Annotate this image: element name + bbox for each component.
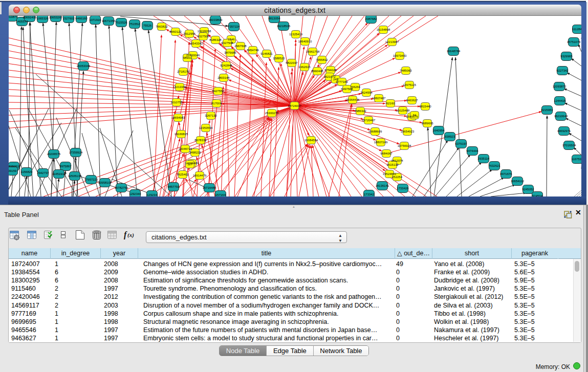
svg-text:2087682: 2087682 (365, 17, 377, 20)
svg-text:3624554: 3624554 (360, 91, 373, 94)
svg-text:12213967: 12213967 (385, 40, 399, 43)
svg-text:1071916: 1071916 (89, 18, 101, 21)
svg-text:3267130: 3267130 (205, 114, 217, 117)
svg-text:12093872: 12093872 (552, 85, 566, 88)
svg-text:10756928: 10756928 (397, 144, 411, 147)
svg-text:1405574: 1405574 (16, 20, 28, 23)
svg-text:7515526: 7515526 (115, 21, 127, 24)
svg-text:12353594: 12353594 (199, 126, 212, 129)
svg-text:18640910: 18640910 (298, 40, 312, 43)
svg-text:11325419: 11325419 (289, 33, 302, 36)
svg-text:16154808: 16154808 (376, 28, 390, 31)
svg-text:1546: 1546 (228, 38, 235, 41)
svg-text:10973493: 10973493 (393, 54, 406, 57)
svg-text:1549579: 1549579 (406, 115, 418, 118)
svg-text:1156829: 1156829 (20, 170, 33, 173)
svg-text:20691406: 20691406 (23, 16, 36, 19)
svg-text:751552: 751552 (129, 23, 140, 26)
svg-text:18807249: 18807249 (374, 141, 387, 144)
svg-text:14136141: 14136141 (375, 184, 389, 187)
svg-text:938923: 938923 (444, 135, 455, 138)
svg-text:3498222: 3498222 (189, 151, 201, 154)
svg-text:7663822: 7663822 (156, 25, 168, 28)
svg-text:75526: 75526 (143, 24, 151, 27)
svg-text:39159: 39159 (9, 169, 17, 172)
svg-text:2718176: 2718176 (177, 70, 189, 73)
svg-text:10025488: 10025488 (396, 109, 409, 112)
svg-text:3875685: 3875685 (224, 51, 236, 54)
svg-text:129234: 129234 (146, 193, 157, 196)
svg-text:252254: 252254 (391, 176, 402, 179)
svg-text:8678332: 8678332 (194, 139, 207, 142)
svg-text:9227342: 9227342 (556, 69, 569, 72)
svg-text:1588520: 1588520 (273, 57, 285, 60)
svg-text:2942737: 2942737 (37, 171, 49, 174)
svg-text:19218506: 19218506 (276, 25, 290, 28)
svg-text:1640954: 1640954 (432, 129, 445, 132)
svg-text:9463627: 9463627 (406, 99, 418, 102)
svg-text:19384554: 19384554 (304, 139, 318, 142)
svg-text:9245052: 9245052 (522, 188, 534, 191)
svg-text:10688609: 10688609 (368, 130, 382, 133)
svg-text:11451914: 11451914 (52, 172, 66, 176)
svg-text:17016504: 17016504 (562, 144, 576, 147)
svg-text:8313877: 8313877 (9, 16, 18, 18)
svg-text:8454749: 8454749 (247, 49, 259, 52)
svg-text:1244415: 1244415 (554, 99, 566, 102)
svg-text:817004: 817004 (211, 102, 222, 105)
svg-text:9975867: 9975867 (59, 165, 72, 168)
svg-text:62160: 62160 (386, 102, 395, 105)
svg-text:7632621: 7632621 (488, 164, 500, 167)
svg-text:7986322: 7986322 (354, 110, 366, 113)
svg-text:7357224: 7357224 (228, 25, 240, 28)
svg-text:19166825: 19166825 (174, 133, 188, 136)
svg-text:7485063: 7485063 (400, 69, 412, 72)
svg-text:15716485: 15716485 (202, 186, 216, 189)
svg-text:16210643: 16210643 (554, 115, 568, 118)
svg-text:1065326: 1065326 (36, 17, 49, 20)
svg-text:10807487: 10807487 (372, 97, 385, 100)
svg-text:9329965: 9329965 (560, 55, 573, 58)
svg-text:5822037: 5822037 (286, 61, 298, 64)
svg-text:6466160: 6466160 (75, 17, 88, 20)
svg-text:16648784: 16648784 (446, 50, 460, 53)
svg-text:20364436: 20364436 (345, 98, 359, 101)
svg-text:8215953: 8215953 (541, 108, 553, 112)
svg-text:6497568: 6497568 (341, 87, 353, 91)
svg-text:(x): (x) (127, 232, 134, 238)
svg-text:9146821: 9146821 (260, 52, 273, 55)
svg-text:6379197: 6379197 (455, 142, 467, 145)
svg-text:924504: 924504 (532, 194, 542, 196)
svg-text:1010755: 1010755 (170, 101, 183, 104)
svg-text:16543342: 16543342 (189, 42, 203, 45)
svg-text:8471676: 8471676 (500, 172, 512, 176)
svg-text:2935114: 2935114 (477, 157, 490, 160)
svg-text:8813054: 8813054 (268, 17, 280, 20)
svg-text:98901: 98901 (183, 56, 191, 59)
svg-text:18724007: 18724007 (288, 104, 301, 107)
svg-text:12213369: 12213369 (172, 85, 186, 89)
svg-text:8427552: 8427552 (212, 90, 224, 93)
svg-text:1527602: 1527602 (62, 17, 75, 20)
svg-text:1733426: 1733426 (397, 187, 409, 190)
svg-text:10654112: 10654112 (510, 180, 524, 183)
svg-text:10046726: 10046726 (178, 147, 192, 150)
svg-text:1112842: 1112842 (572, 28, 581, 31)
svg-text:20053346: 20053346 (76, 64, 90, 68)
svg-text:19692971: 19692971 (557, 129, 571, 133)
svg-text:16914479: 16914479 (192, 174, 206, 177)
svg-text:15720407: 15720407 (361, 119, 375, 122)
svg-text:16961758: 16961758 (306, 50, 319, 53)
svg-text:12505135: 12505135 (68, 174, 81, 178)
svg-text:15751074: 15751074 (567, 40, 580, 43)
svg-text:1615132: 1615132 (386, 163, 399, 166)
svg-text:10653267: 10653267 (49, 16, 62, 19)
svg-text:19654983: 19654983 (171, 116, 185, 119)
svg-text:2803144: 2803144 (217, 76, 230, 79)
svg-text:9474444: 9474444 (466, 149, 478, 152)
svg-text:8660123: 8660123 (169, 30, 182, 33)
svg-text:10958107: 10958107 (98, 181, 112, 184)
svg-text:64: 64 (412, 114, 416, 117)
svg-text:19654923: 19654923 (400, 130, 414, 133)
svg-text:1167533: 1167533 (571, 158, 581, 161)
